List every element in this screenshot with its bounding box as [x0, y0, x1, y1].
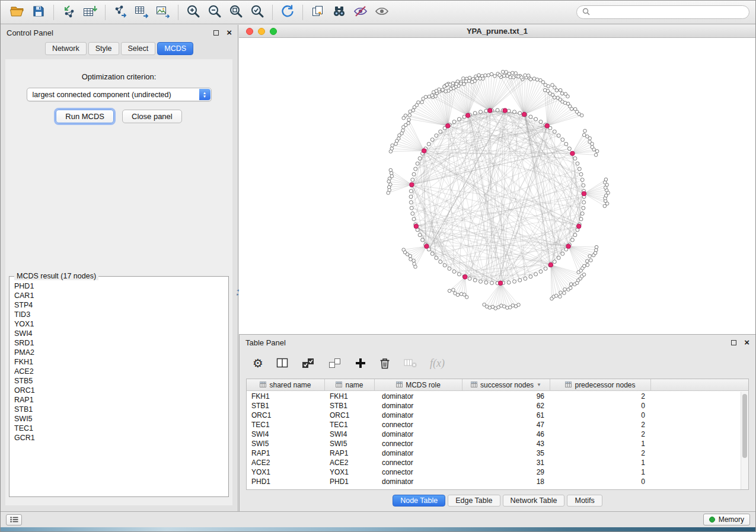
- refresh-layout-button[interactable]: [277, 3, 298, 22]
- table-row[interactable]: PHD1PHD1dominator180: [247, 477, 741, 486]
- control-panel-tabs: Network Style Select MCDS: [1, 42, 238, 55]
- mcds-result-item[interactable]: ACE2: [14, 367, 224, 376]
- network-graph[interactable]: [239, 38, 755, 334]
- zoom-out-button[interactable]: [204, 3, 225, 22]
- import-table-icon: [82, 4, 98, 21]
- show-columns-button[interactable]: [276, 357, 289, 369]
- search-box[interactable]: [576, 5, 749, 19]
- scrollbar-thumb[interactable]: [742, 394, 747, 458]
- expand-right-icon[interactable]: ▸: [235, 292, 241, 296]
- table-cell-predecessor-nodes: 0: [550, 401, 651, 411]
- table-settings-button[interactable]: ⚙: [253, 357, 263, 369]
- zoom-selected-button[interactable]: [247, 3, 268, 22]
- tab-select[interactable]: Select: [121, 42, 156, 55]
- column-header-successor-nodes[interactable]: successor nodes▼: [462, 379, 550, 390]
- table-cell-mcds-role: dominator: [375, 430, 462, 439]
- column-header-mcds-role[interactable]: MCDS role: [375, 379, 462, 390]
- run-mcds-button[interactable]: Run MCDS: [56, 110, 114, 123]
- mcds-result-item[interactable]: TID3: [14, 310, 224, 319]
- search-input[interactable]: [594, 8, 744, 17]
- mcds-tab-content: Optimization criterion: largest connecte…: [5, 59, 232, 505]
- optimization-criterion-select[interactable]: largest connected component (undirected)…: [27, 88, 212, 101]
- mcds-result-item[interactable]: SWI5: [14, 414, 224, 424]
- close-mcds-panel-button[interactable]: Close panel: [122, 110, 182, 123]
- minimize-window-icon[interactable]: [258, 28, 265, 35]
- column-header-shared-name[interactable]: shared name: [247, 379, 325, 390]
- panel-splitter-handle[interactable]: ◂▸: [235, 288, 241, 296]
- tab-mcds[interactable]: MCDS: [157, 42, 193, 55]
- function-builder-button[interactable]: f(x): [430, 357, 445, 370]
- export-network-button[interactable]: [110, 3, 131, 22]
- table-cell-predecessor-nodes: 1: [550, 439, 651, 448]
- mcds-result-item[interactable]: FKH1: [14, 357, 224, 367]
- network-window-titlebar[interactable]: YPA_prune.txt_1: [239, 25, 755, 38]
- table-cell-mcds-role: dominator: [375, 448, 462, 458]
- table-cell-successor-nodes: 46: [462, 430, 550, 439]
- table-scrollbar[interactable]: [741, 392, 748, 489]
- column-header-name[interactable]: name: [325, 379, 375, 390]
- save-session-button[interactable]: [28, 3, 49, 22]
- table-cell-shared-name: RAP1: [247, 448, 325, 458]
- mcds-result-item[interactable]: PMA2: [14, 348, 224, 357]
- tab-style[interactable]: Style: [88, 42, 119, 55]
- tab-network-table[interactable]: Network Table: [503, 495, 565, 507]
- mcds-result-item[interactable]: GCR1: [14, 433, 224, 443]
- mcds-result-item[interactable]: SWI4: [14, 329, 224, 338]
- maximize-window-icon[interactable]: [270, 28, 277, 35]
- add-column-button[interactable]: [355, 357, 366, 369]
- show-all-button[interactable]: [371, 3, 393, 22]
- optimization-criterion-label: Optimization criterion:: [5, 72, 232, 81]
- column-header-predecessor-nodes[interactable]: predecessor nodes: [550, 379, 651, 390]
- close-window-icon[interactable]: [246, 28, 253, 35]
- deselect-all-button[interactable]: [328, 357, 342, 369]
- delete-row-button[interactable]: [379, 357, 391, 370]
- close-panel-icon[interactable]: ×: [227, 30, 232, 36]
- memory-button[interactable]: Memory: [703, 514, 750, 525]
- mcds-result-item[interactable]: STB1: [14, 405, 224, 414]
- tab-node-table[interactable]: Node Table: [393, 495, 445, 507]
- zoom-in-button[interactable]: [183, 3, 204, 22]
- mcds-result-item[interactable]: STP4: [14, 300, 224, 310]
- export-network-icon: [113, 4, 128, 21]
- mcds-result-item[interactable]: ORC1: [14, 386, 224, 395]
- mcds-result-item[interactable]: PHD1: [14, 281, 224, 291]
- table-row[interactable]: STB1STB1dominator620: [247, 401, 741, 411]
- tab-network[interactable]: Network: [45, 42, 87, 55]
- delete-column-button[interactable]: [403, 358, 417, 368]
- import-network-button[interactable]: [58, 3, 79, 22]
- export-table-button[interactable]: [131, 3, 152, 22]
- close-panel-icon[interactable]: ×: [744, 339, 749, 345]
- save-icon: [31, 4, 46, 21]
- float-panel-icon[interactable]: [213, 30, 219, 36]
- table-row[interactable]: ORC1ORC1dominator610: [247, 411, 741, 420]
- find-neighbors-button[interactable]: [328, 3, 350, 22]
- mcds-result-item[interactable]: YOX1: [14, 319, 224, 329]
- float-panel-icon[interactable]: [731, 340, 736, 345]
- table-row[interactable]: SWI5SWI5connector431: [247, 439, 741, 448]
- import-table-button[interactable]: [79, 3, 101, 22]
- tab-motifs[interactable]: Motifs: [567, 495, 602, 507]
- network-canvas[interactable]: [239, 38, 755, 334]
- mcds-result-item[interactable]: RAP1: [14, 395, 224, 405]
- open-file-button[interactable]: [7, 3, 28, 22]
- select-all-button[interactable]: [301, 357, 315, 369]
- mcds-result-list[interactable]: PHD1CAR1STP4TID3YOX1SWI4SRD1PMA2FKH1ACE2…: [14, 281, 224, 493]
- mcds-result-item[interactable]: STB5: [14, 376, 224, 386]
- table-row[interactable]: TEC1TEC1connector472: [247, 420, 741, 430]
- table-row[interactable]: FKH1FKH1dominator962: [247, 392, 741, 401]
- duplicate-network-button[interactable]: [307, 3, 328, 22]
- table-row[interactable]: SWI4SWI4dominator462: [247, 430, 741, 439]
- collapse-left-icon[interactable]: ◂: [235, 288, 241, 292]
- mcds-result-item[interactable]: SRD1: [14, 338, 224, 348]
- table-row[interactable]: RAP1RAP1dominator352: [247, 448, 741, 458]
- table-row[interactable]: YOX1YOX1connector291: [247, 467, 741, 477]
- mcds-result-item[interactable]: CAR1: [14, 291, 224, 300]
- export-image-button[interactable]: [152, 3, 174, 22]
- hide-selected-button[interactable]: [350, 3, 371, 22]
- table-cell-shared-name: FKH1: [247, 392, 325, 401]
- mcds-result-item[interactable]: TEC1: [14, 424, 224, 433]
- tab-edge-table[interactable]: Edge Table: [448, 495, 500, 507]
- table-row[interactable]: ACE2ACE2connector311: [247, 458, 741, 467]
- task-history-button[interactable]: [6, 514, 22, 525]
- zoom-fit-button[interactable]: [225, 3, 247, 22]
